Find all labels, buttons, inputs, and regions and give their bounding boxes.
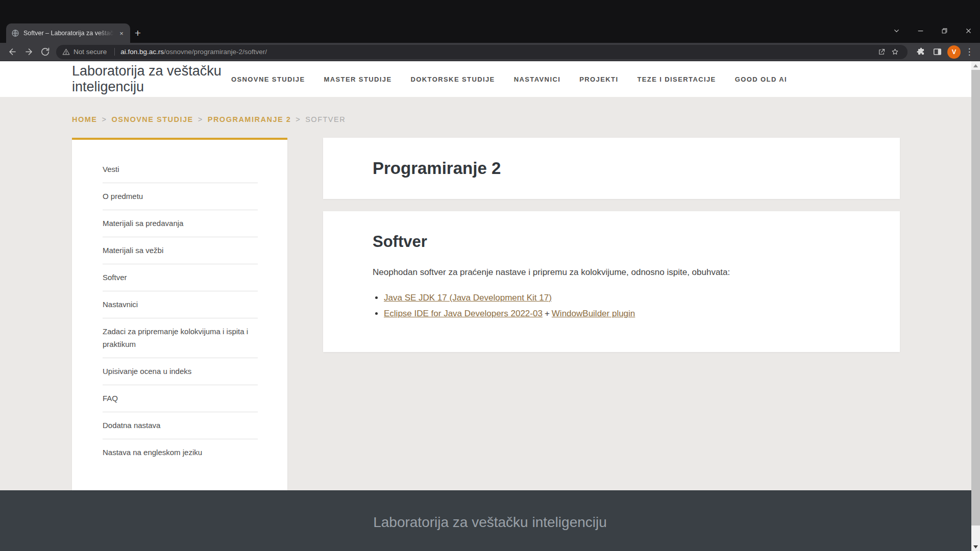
restore-button[interactable] bbox=[937, 23, 952, 38]
intro-text: Neophodan softver za praćenje nastave i … bbox=[373, 266, 850, 279]
close-button[interactable] bbox=[961, 23, 976, 38]
tab-title: Softver – Laboratorija za veštačku i bbox=[23, 30, 117, 37]
site-header: Laboratorija za veštačku inteligenciju O… bbox=[0, 61, 980, 97]
site-title[interactable]: Laboratorija za veštačku inteligenciju bbox=[72, 63, 231, 95]
scroll-down-arrow-icon[interactable] bbox=[971, 542, 980, 551]
nav-nastavnici[interactable]: NASTAVNICI bbox=[514, 76, 561, 83]
reload-button[interactable] bbox=[37, 44, 53, 60]
browser-tab[interactable]: Softver – Laboratorija za veštačku i × bbox=[6, 23, 130, 43]
new-tab-button[interactable]: + bbox=[131, 26, 145, 40]
breadcrumb-home[interactable]: HOME bbox=[72, 115, 97, 123]
browser-toolbar: Not secure ai.fon.bg.ac.rs/osnovne/progr… bbox=[0, 43, 980, 61]
breadcrumb-programiranje-2[interactable]: PROGRAMIRANJE 2 bbox=[208, 115, 291, 123]
back-button[interactable] bbox=[5, 44, 20, 60]
nav-master-studije[interactable]: MASTER STUDIJE bbox=[324, 76, 392, 83]
minimize-button[interactable] bbox=[913, 23, 928, 38]
list-item: Java SE JDK 17 (Java Development Kit 17) bbox=[384, 292, 850, 304]
breadcrumb-osnovne-studije[interactable]: OSNOVNE STUDIJE bbox=[111, 115, 193, 123]
section-title: Softver bbox=[373, 233, 850, 251]
sidebar-item-nastava-na-engleskom[interactable]: Nastava na engleskom jeziku bbox=[103, 439, 258, 466]
tab-search-chevron-icon[interactable] bbox=[889, 23, 904, 38]
sidebar-item-zadaci[interactable]: Zadaci za pripremanje kolokvijuma i ispi… bbox=[103, 318, 258, 358]
course-title-card: Programiranje 2 bbox=[323, 138, 900, 199]
omnibox-divider bbox=[114, 48, 115, 56]
footer-title: Laboratorija za veštačku inteligenciju bbox=[373, 514, 607, 531]
scroll-up-arrow-icon[interactable] bbox=[971, 61, 980, 70]
page-viewport: Laboratorija za veštačku inteligenciju O… bbox=[0, 61, 980, 551]
course-sidebar: Vesti O predmetu Materijali sa predavanj… bbox=[72, 138, 287, 490]
extensions-puzzle-icon[interactable] bbox=[913, 44, 928, 60]
globe-favicon-icon bbox=[11, 29, 19, 37]
page-body: HOME>OSNOVNE STUDIJE>PROGRAMIRANJE 2>SOF… bbox=[0, 97, 980, 490]
sidebar-item-o-predmetu[interactable]: O predmetu bbox=[103, 183, 258, 210]
sidebar-item-nastavnici[interactable]: Nastavnici bbox=[103, 291, 258, 318]
tab-close-icon[interactable]: × bbox=[117, 29, 126, 38]
not-secure-warning-icon bbox=[62, 48, 70, 56]
sidebar-item-softver[interactable]: Softver bbox=[103, 264, 258, 291]
nav-projekti[interactable]: PROJEKTI bbox=[579, 76, 618, 83]
window-controls bbox=[880, 23, 976, 38]
tab-strip: Softver – Laboratorija za veštačku i × + bbox=[0, 0, 980, 43]
main-navigation: OSNOVNE STUDIJE MASTER STUDIJE DOKTORSKE… bbox=[231, 76, 787, 83]
sidebar-item-materijali-sa-vezbi[interactable]: Materijali sa vežbi bbox=[103, 237, 258, 264]
browser-window: Softver – Laboratorija za veštačku i × + bbox=[0, 0, 980, 551]
sidebar-item-upisivanje-ocena[interactable]: Upisivanje ocena u indeks bbox=[103, 358, 258, 385]
sidebar-item-faq[interactable]: FAQ bbox=[103, 385, 258, 412]
url-path: /osnovne/programiranje-2/softver/ bbox=[164, 48, 267, 56]
more-menu-icon[interactable]: ⋮ bbox=[963, 46, 976, 57]
url-text[interactable]: ai.fon.bg.ac.rs/osnovne/programiranje-2/… bbox=[120, 48, 267, 56]
plus-joiner: + bbox=[545, 309, 550, 318]
profile-avatar[interactable]: V bbox=[947, 45, 961, 59]
url-domain: ai.fon.bg.ac.rs bbox=[120, 48, 164, 56]
nav-doktorske-studije[interactable]: DOKTORSKE STUDIJE bbox=[411, 76, 495, 83]
bookmark-star-icon[interactable] bbox=[888, 45, 901, 59]
address-bar[interactable]: Not secure ai.fon.bg.ac.rs/osnovne/progr… bbox=[56, 45, 908, 59]
sidebar-item-vesti[interactable]: Vesti bbox=[103, 156, 258, 183]
side-panel-icon[interactable] bbox=[929, 44, 945, 60]
jdk-link[interactable]: Java SE JDK 17 (Java Development Kit 17) bbox=[384, 293, 552, 303]
nav-teze-i-disertacije[interactable]: TEZE I DISERTACIJE bbox=[637, 76, 716, 83]
eclipse-link[interactable]: Eclipse IDE for Java Developers 2022-03 bbox=[384, 309, 543, 318]
sidebar-item-dodatna-nastava[interactable]: Dodatna nastava bbox=[103, 412, 258, 439]
nav-good-old-ai[interactable]: GOOD OLD AI bbox=[735, 76, 787, 83]
main-content: Programiranje 2 Softver Neophodan softve… bbox=[323, 138, 900, 352]
forward-button[interactable] bbox=[21, 44, 36, 60]
breadcrumb-current: SOFTVER bbox=[305, 115, 346, 123]
page-title: Programiranje 2 bbox=[373, 159, 501, 178]
site-footer: Laboratorija za veštačku inteligenciju bbox=[0, 490, 980, 551]
share-icon[interactable] bbox=[875, 45, 888, 59]
security-label[interactable]: Not secure bbox=[74, 48, 107, 56]
vertical-scrollbar[interactable] bbox=[971, 61, 980, 551]
sidebar-item-materijali-sa-predavanja[interactable]: Materijali sa predavanja bbox=[103, 210, 258, 237]
nav-osnovne-studije[interactable]: OSNOVNE STUDIJE bbox=[231, 76, 305, 83]
windowbuilder-link[interactable]: WindowBuilder plugin bbox=[552, 309, 635, 318]
softver-card: Softver Neophodan softver za praćenje na… bbox=[323, 211, 900, 352]
breadcrumb: HOME>OSNOVNE STUDIJE>PROGRAMIRANJE 2>SOF… bbox=[72, 115, 980, 123]
software-list: Java SE JDK 17 (Java Development Kit 17)… bbox=[373, 292, 850, 320]
scrollbar-thumb[interactable] bbox=[971, 70, 980, 525]
list-item: Eclipse IDE for Java Developers 2022-03+… bbox=[384, 308, 850, 320]
